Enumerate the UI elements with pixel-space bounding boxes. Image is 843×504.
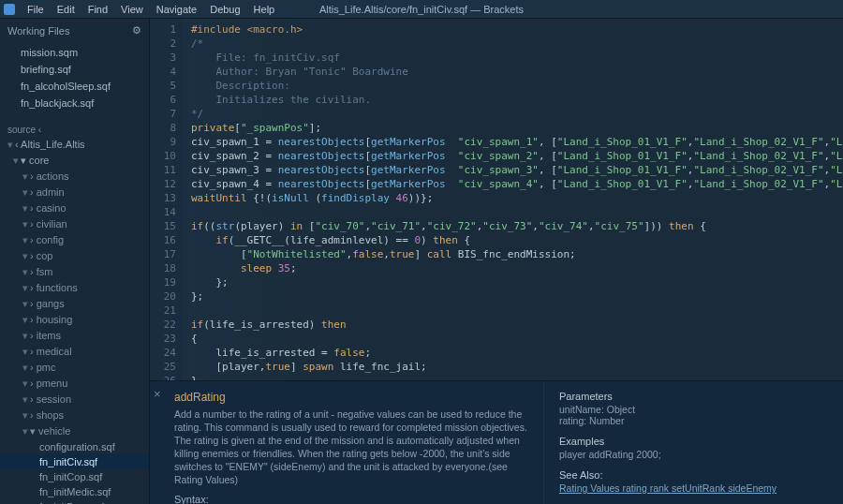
editor[interactable]: 1234567891011121314151617181920212223242… (150, 19, 843, 504)
tree-folder-admin[interactable]: ▾› admin (0, 185, 149, 200)
tree-folder-pmenu[interactable]: ▾› pmenu (0, 376, 149, 392)
tree-core[interactable]: ▾▾ core (0, 153, 149, 169)
working-files-header: Working Files (7, 25, 69, 37)
menu-view[interactable]: View (114, 4, 150, 15)
tree-file[interactable]: fn_initMedic.sqf (0, 484, 149, 499)
tree-root[interactable]: ▾‹ Altis_Life.Altis (0, 137, 149, 153)
doc-title: addRating (174, 391, 528, 404)
tree-folder-session[interactable]: ▾› session (0, 392, 149, 408)
doc-param: rating: Number (559, 415, 828, 426)
tree-folder-vehicle[interactable]: ▾▾ vehicle (0, 423, 149, 439)
quick-docs-panel: × addRating Add a number to the rating o… (150, 380, 843, 504)
tree-folder-fsm[interactable]: ▾› fsm (0, 264, 149, 280)
tree-file[interactable]: fn_initCiv.sqf (0, 454, 149, 469)
tree-file[interactable]: fn_initPmc.sqf (0, 499, 149, 504)
menu-help[interactable]: Help (247, 4, 282, 15)
doc-example: player addRating 2000; (559, 449, 828, 460)
tree-folder-functions[interactable]: ▾› functions (0, 280, 149, 296)
tree-folder-config[interactable]: ▾› config (0, 232, 149, 248)
sidebar: Working Files ⚙ mission.sqmbriefing.sqff… (0, 19, 150, 504)
menu-bar: FileEditFindViewNavigateDebugHelp (0, 0, 843, 19)
gear-icon[interactable]: ⚙ (132, 24, 141, 37)
tree-folder-pmc[interactable]: ▾› pmc (0, 360, 149, 376)
doc-seealso-header: See Also: (559, 469, 828, 481)
tree-folder-casino[interactable]: ▾› casino (0, 200, 149, 216)
menu-debug[interactable]: Debug (203, 4, 246, 15)
close-icon[interactable]: × (154, 387, 161, 401)
line-gutter: 1234567891011121314151617181920212223242… (150, 19, 182, 380)
app-logo-icon (4, 4, 15, 15)
menu-find[interactable]: Find (81, 4, 114, 15)
tree-folder-items[interactable]: ▾› items (0, 328, 149, 344)
menu-edit[interactable]: Edit (51, 4, 81, 15)
tree-folder-shops[interactable]: ▾› shops (0, 408, 149, 423)
tree-folder-medical[interactable]: ▾› medical (0, 344, 149, 360)
working-file[interactable]: briefing.sqf (0, 61, 149, 78)
menu-navigate[interactable]: Navigate (150, 4, 203, 15)
tree-folder-gangs[interactable]: ▾› gangs (0, 296, 149, 312)
working-file[interactable]: mission.sqm (0, 44, 149, 61)
tree-folder-cop[interactable]: ▾› cop (0, 248, 149, 264)
doc-param: unitName: Object (559, 404, 828, 415)
doc-params-header: Parameters (559, 391, 828, 402)
tree-file[interactable]: configuration.sqf (0, 439, 149, 454)
working-file[interactable]: fn_alcoholSleep.sqf (0, 78, 149, 95)
source-header[interactable]: source ‹ (0, 119, 149, 137)
tree-folder-actions[interactable]: ▾› actions (0, 169, 149, 185)
code-content[interactable]: #include <macro.h>/* File: fn_initCiv.sq… (182, 19, 843, 380)
tree-folder-housing[interactable]: ▾› housing (0, 312, 149, 328)
working-file[interactable]: fn_blackjack.sqf (0, 95, 149, 111)
tree-folder-civilian[interactable]: ▾› civilian (0, 216, 149, 232)
doc-examples-header: Examples (559, 436, 828, 447)
doc-seealso-link[interactable]: Rating Values rating rank setUnitRank si… (559, 482, 828, 494)
tree-file[interactable]: fn_initCop.sqf (0, 469, 149, 484)
menu-file[interactable]: File (21, 4, 51, 15)
doc-body: Add a number to the rating of a unit - n… (174, 408, 528, 486)
doc-syntax-header: Syntax: (174, 494, 528, 504)
